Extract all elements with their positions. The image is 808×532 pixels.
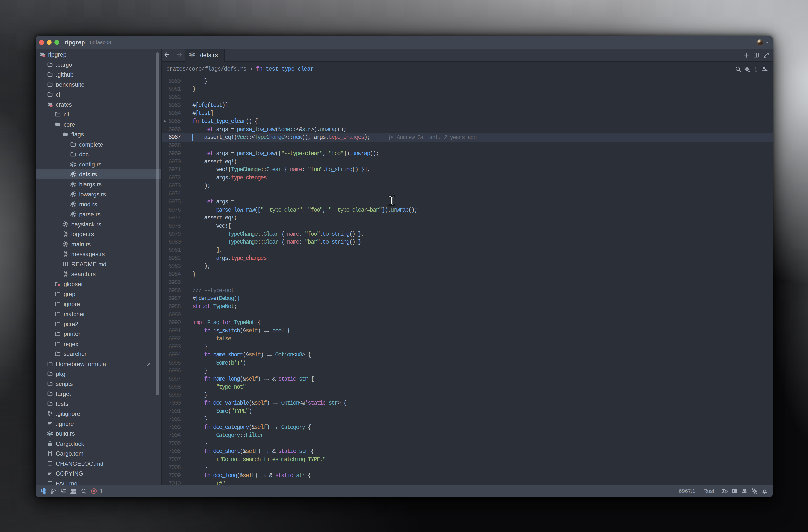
svg-text:R: R (65, 222, 67, 226)
svg-text:R: R (49, 432, 51, 436)
svg-text:R: R (65, 242, 67, 246)
svg-text:R: R (65, 272, 67, 276)
svg-text:R: R (72, 163, 74, 166)
svg-text:R: R (72, 202, 74, 206)
svg-text:R: R (65, 233, 67, 236)
svg-text:R: R (72, 213, 74, 216)
svg-text:R: R (72, 173, 74, 176)
svg-text:R: R (65, 253, 67, 256)
svg-text:R: R (72, 192, 74, 196)
svg-text:R: R (72, 183, 74, 186)
svg-text:R: R (191, 53, 193, 56)
